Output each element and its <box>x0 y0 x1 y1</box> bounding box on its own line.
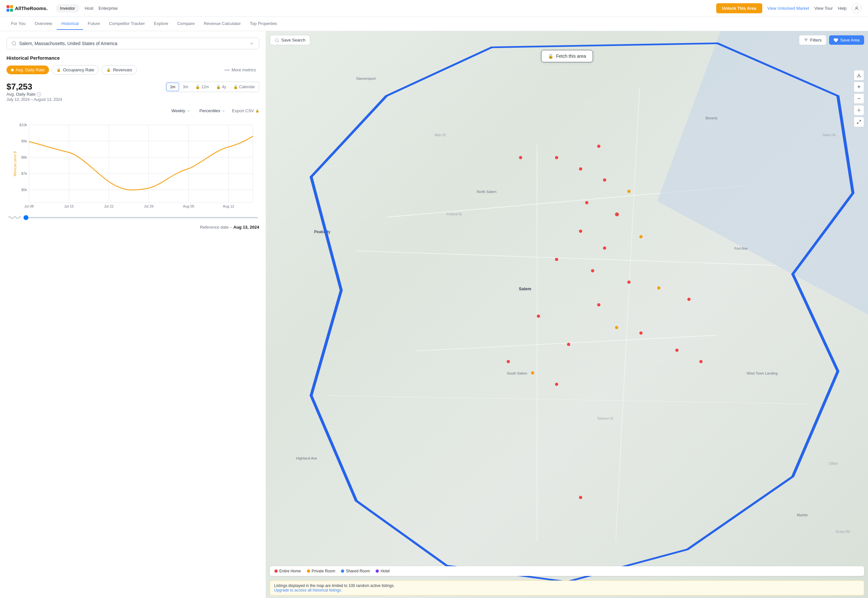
map-dot[interactable] <box>579 230 582 233</box>
secondary-nav: For You Overview Historical Future Compe… <box>0 17 868 31</box>
legend-hotel: Hotel <box>376 569 389 573</box>
logo[interactable]: AllTheRooms. <box>6 5 48 12</box>
sec-nav-for-you[interactable]: For You <box>6 18 30 30</box>
view-unlocked-market-button[interactable]: View Unlocked Market <box>768 6 809 11</box>
period-4y[interactable]: 🔒 4y <box>213 83 229 91</box>
save-area-label: Save Area <box>840 37 859 42</box>
y-label-8k: $8k <box>21 155 27 159</box>
metric-occupancy-rate-label: Occupancy Rate <box>63 67 94 72</box>
enterprise-nav-link[interactable]: Enterprise <box>99 6 118 11</box>
more-metrics-label: More metrics <box>232 67 256 72</box>
map-zoom-out-button[interactable]: − <box>854 93 864 104</box>
right-panel: Danversport Beverly Peabody North Salem … <box>266 31 868 598</box>
granularity-dropdown[interactable]: Weekly <box>169 107 193 115</box>
map-dot[interactable] <box>597 145 600 148</box>
legend-private-room: Private Room <box>307 569 335 573</box>
export-csv-button[interactable]: Export CSV 🔒 <box>232 108 259 113</box>
map-dot[interactable] <box>555 156 558 159</box>
chart-date-range: July 13, 2024 – August 13, 2024 <box>6 97 62 102</box>
sec-nav-compare[interactable]: Compare <box>173 18 199 30</box>
unlock-area-button[interactable]: Unlock This Area <box>716 3 762 13</box>
reference-date-value: Aug 13, 2024 <box>233 225 259 230</box>
map-dot[interactable] <box>579 167 582 170</box>
map-dot[interactable] <box>627 281 630 284</box>
user-avatar-button[interactable] <box>852 4 862 13</box>
more-metrics-button[interactable]: More metrics <box>221 66 259 74</box>
chevron-down-icon-2 <box>221 109 226 113</box>
sec-nav-historical[interactable]: Historical <box>57 18 83 30</box>
chart-svg: Mexican peso $ $10k $9k $8k $7k $6k <box>6 118 259 209</box>
legend-dot-entire-home <box>274 570 278 573</box>
sec-nav-revenue-calculator[interactable]: Revenue Calculator <box>199 18 245 30</box>
legend-dot-private-room <box>307 570 310 573</box>
metrics-row: Avg. Daily Rate 🔒 Occupancy Rate 🔒 Reven… <box>6 65 259 75</box>
metric-revenues[interactable]: 🔒 Revenues <box>102 65 137 75</box>
x-label-jul15: Jul 15 <box>64 204 73 208</box>
metric-avg-daily-rate[interactable]: Avg. Daily Rate <box>6 66 49 74</box>
lock-icon-fetch: 🔒 <box>548 54 553 59</box>
upgrade-link[interactable]: Upgrade to access all historical listing… <box>274 588 342 592</box>
svg-point-0 <box>856 6 857 8</box>
period-3m[interactable]: 3m <box>180 83 192 91</box>
legend-label-private-room: Private Room <box>312 569 335 573</box>
search-icon <box>11 41 16 46</box>
svg-point-1 <box>12 42 16 45</box>
map-dot[interactable] <box>555 258 558 261</box>
chart-value-section: $7,253 Avg. Daily Rate i July 13, 2024 –… <box>6 82 62 102</box>
sec-nav-competitor-tracker[interactable]: Competitor Tracker <box>105 18 150 30</box>
sec-nav-explore[interactable]: Explore <box>150 18 173 30</box>
search-input[interactable] <box>19 41 247 46</box>
search-box[interactable] <box>6 37 259 49</box>
chevron-down-icon <box>187 109 190 113</box>
section-title: Historical Performance <box>6 55 259 61</box>
range-slider[interactable] <box>23 217 258 218</box>
sec-nav-future[interactable]: Future <box>83 18 105 30</box>
metric-occupancy-rate[interactable]: 🔒 Occupancy Rate <box>52 65 99 75</box>
map-locate-button[interactable] <box>854 105 864 115</box>
main-layout: Historical Performance Avg. Daily Rate 🔒… <box>0 31 868 598</box>
view-mode-dropdown[interactable]: Percentiles <box>197 107 228 115</box>
save-area-button[interactable]: Save Area <box>829 35 864 45</box>
map-dot[interactable] <box>687 298 691 301</box>
view-tour-button[interactable]: View Tour <box>814 6 833 11</box>
save-search-button[interactable]: Save Search <box>270 35 310 45</box>
map-dot[interactable] <box>657 286 660 290</box>
info-icon[interactable]: i <box>37 92 41 97</box>
fetch-area-button[interactable]: 🔒 Fetch this area <box>541 50 593 62</box>
top-nav: AllTheRooms. Investor Host Enterprise Un… <box>0 0 868 17</box>
x-label-jul29: Jul 29 <box>144 204 153 208</box>
period-12m[interactable]: 🔒 12m <box>192 83 212 91</box>
filters-button[interactable]: Filters <box>799 35 826 45</box>
metric-dot <box>11 69 13 71</box>
x-label-jul08: Jul 08 <box>24 204 34 208</box>
chart-metric-label: Avg. Daily Rate i <box>6 92 62 97</box>
sec-nav-overview[interactable]: Overview <box>30 18 57 30</box>
lock-icon: 🔒 <box>57 68 61 72</box>
map-zoom-in-button[interactable]: + <box>854 82 864 92</box>
sec-nav-top-properties[interactable]: Top Properties <box>245 18 281 30</box>
map-dot[interactable] <box>531 371 534 375</box>
slider-row <box>6 214 259 221</box>
map-dot[interactable] <box>639 235 642 238</box>
map-dot[interactable] <box>519 156 522 159</box>
map-download-button[interactable] <box>854 70 864 81</box>
map-dot[interactable] <box>555 383 558 386</box>
more-metrics-dash <box>224 70 230 70</box>
legend-dot-hotel <box>376 570 379 573</box>
map-dot[interactable] <box>675 348 679 352</box>
investor-nav-pill[interactable]: Investor <box>55 4 79 12</box>
boundary-line <box>266 31 868 598</box>
map-expand-button[interactable] <box>854 117 864 127</box>
x-label-aug12: Aug 12 <box>223 204 234 208</box>
period-calendar[interactable]: 🔒 Calendar <box>230 83 258 91</box>
legend-label-hotel: Hotel <box>380 569 389 573</box>
svg-line-22 <box>857 122 859 124</box>
period-1m[interactable]: 1m <box>166 83 179 91</box>
help-button[interactable]: Help <box>838 6 847 11</box>
legend-dot-shared-room <box>341 570 344 573</box>
heart-icon <box>834 38 838 42</box>
legend-shared-room: Shared Room <box>341 569 370 573</box>
x-label-jul22: Jul 22 <box>104 204 114 208</box>
map-dot[interactable] <box>597 303 600 306</box>
host-nav-link[interactable]: Host <box>85 6 93 11</box>
